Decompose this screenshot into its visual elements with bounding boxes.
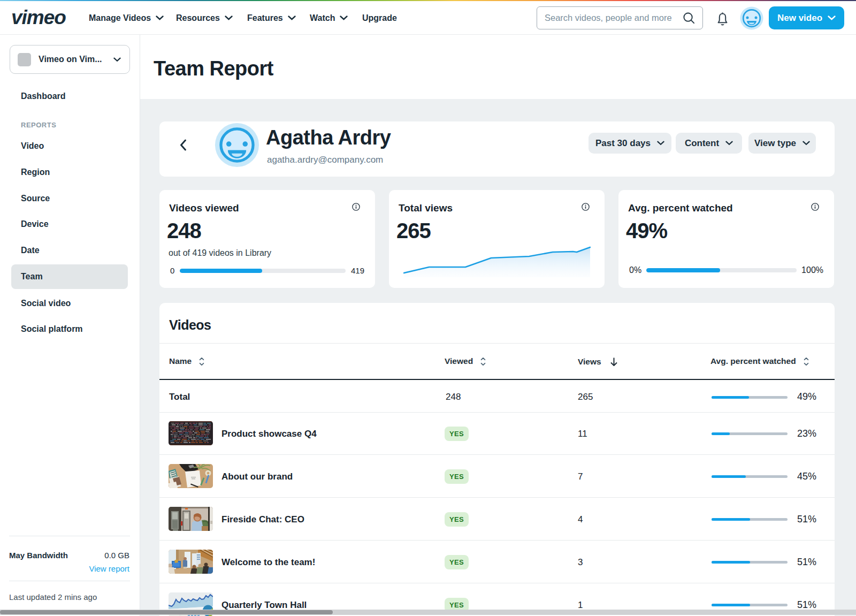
svg-text:vimeo: vimeo	[11, 8, 66, 28]
